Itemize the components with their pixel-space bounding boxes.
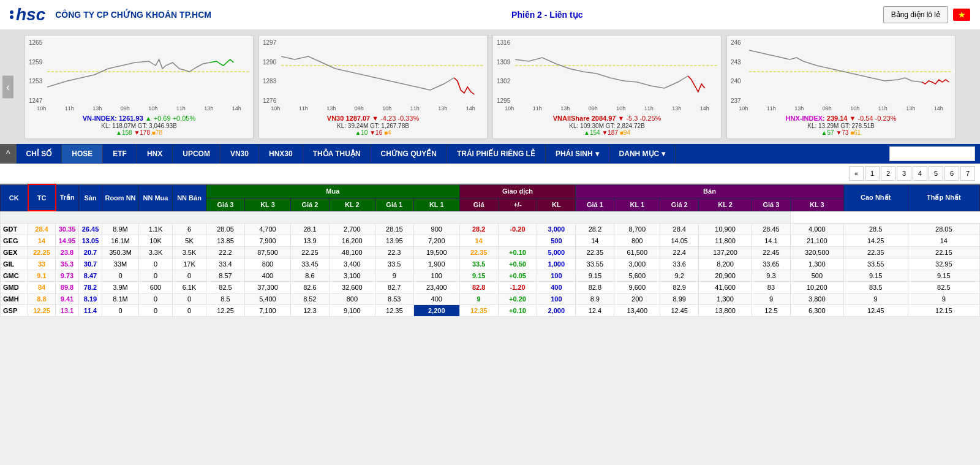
tab-hnx30[interactable]: HNX30 (259, 145, 303, 163)
chart-y-labels: 246 243 240 237 (729, 38, 749, 105)
x-label: 13h (92, 105, 102, 112)
td-nn-mua: 0 (139, 258, 173, 270)
x-label: 10h (271, 105, 280, 112)
td-gia2m: 22.25 (290, 246, 329, 258)
table-row[interactable]: GMD 84 89.8 78.2 3.9M 600 6.1K 82.5 37,3… (1, 281, 980, 293)
page-7[interactable]: 7 (960, 166, 975, 181)
chart-info: VNAllShare 2084.97 ▼ -5.3 -0.25% KL: 109… (496, 114, 718, 136)
up-count: ▲57 (821, 129, 836, 136)
chart-hnxindex: 246 243 240 237 10h 11h 13h 09h 10h 11h … (726, 35, 956, 139)
table-row[interactable]: GDT 28.4 30.35 26.45 8.9M 1.1K 6 28.05 4… (1, 223, 980, 235)
nav-tabs: ^ CHỈ SỐ HOSE ETF HNX UPCOM VN30 HNX30 T… (0, 144, 980, 164)
td-tc: 8.8 (28, 293, 56, 304)
index-value: 2084.97 (592, 115, 618, 122)
x-label: 11h (176, 105, 186, 112)
td-kl1b: 9,600 (614, 281, 660, 293)
td-kl-gd: 5,000 (537, 246, 576, 258)
index-value: 1261.93 (119, 115, 145, 122)
x-label: 09h (355, 105, 364, 112)
td-cell: 100 (413, 270, 459, 281)
eq-count: ■94 (620, 129, 630, 136)
td-gia-gd: 82.8 (459, 281, 498, 293)
table-row[interactable]: GMH 8.8 9.41 8.19 8.1M 0 0 8.5 5,400 8.5… (1, 293, 980, 304)
td-kl2b: 13,800 (699, 304, 752, 316)
chart-nav-left[interactable]: ‹ (2, 76, 13, 99)
td-cao: 83.5 (843, 281, 908, 293)
td-gia2m: 82.6 (290, 281, 329, 293)
td-kl2b: 8,200 (699, 258, 752, 270)
vietnam-flag: ★ (953, 9, 970, 21)
td-nn-ban: 17K (173, 258, 206, 270)
tab-vn30[interactable]: VN30 (221, 145, 259, 163)
y-label: 1247 (29, 97, 46, 104)
td-kl3b: 21,100 (790, 235, 843, 246)
td-gia2b: 8.99 (660, 293, 699, 304)
td-nn-mua: 1.1K (139, 223, 173, 235)
tab-traiphieu[interactable]: TRÁI PHIẾU RIÊNG LẺ (447, 145, 546, 163)
table-row[interactable]: GSP 12.25 13.1 11.4 0 0 0 12.25 7,100 12… (1, 304, 980, 316)
table-row[interactable]: GIL 33 35.3 30.7 33M 0 17K 33.4 800 33.4… (1, 258, 980, 270)
td-cell: 900 (413, 223, 459, 235)
tab-chungquyen[interactable]: CHỨNG QUYỀN (371, 145, 447, 163)
td-change: +0.05 (498, 270, 537, 281)
tab-phaisinhb[interactable]: PHÁI SINH ▾ (546, 145, 609, 163)
chart-y-labels: 1265 1259 1253 1247 (28, 38, 47, 105)
chart-vnallshare: 1316 1309 1302 1295 10h 11h 13h 09h 10h … (492, 35, 722, 139)
search-input[interactable] (889, 146, 975, 161)
td-cao: 9.15 (843, 270, 908, 281)
table-row[interactable]: GEX 22.25 23.8 20.7 350.3M 3.3K 3.5K 22.… (1, 246, 980, 258)
x-label: 09h (589, 105, 598, 112)
chart-y-labels: 1316 1309 1302 1295 (496, 38, 515, 105)
td-san: 8.19 (79, 293, 102, 304)
td-ck: GSP (1, 304, 28, 316)
page-6[interactable]: 6 (944, 166, 959, 181)
td-gia3b: 33.65 (752, 258, 790, 270)
page-first[interactable]: « (849, 166, 864, 181)
td-nn-ban: 3.5K (173, 246, 206, 258)
th-gia3-b: Giá 3 (752, 198, 790, 211)
td-thap: 32.95 (908, 258, 979, 270)
collapse-button[interactable]: ^ (0, 144, 17, 164)
td-tc: 9.1 (28, 270, 56, 281)
kl-info: KL: 109.30M GT: 2,824.72B (496, 123, 718, 129)
th-nn-mua: NN Mua (139, 184, 173, 211)
page-1[interactable]: 1 (865, 166, 880, 181)
td-tc: 84 (28, 281, 56, 293)
page-4[interactable]: 4 (913, 166, 927, 181)
tab-upcom[interactable]: UPCOM (173, 145, 221, 163)
td-ck: GDT (1, 223, 28, 235)
y-label: 1290 (263, 59, 280, 66)
up-count: ▲158 (116, 129, 134, 136)
table-row[interactable]: GEG 14 14.95 13.05 16.1M 10K 5K 13.85 7,… (1, 235, 980, 246)
tab-hnx[interactable]: HNX (137, 145, 173, 163)
tab-chiso[interactable]: CHỈ SỐ (17, 145, 62, 163)
bang-dien-button[interactable]: Bảng điện lô lẻ (883, 6, 948, 23)
pagination-row: « 1 2 3 4 5 6 7 (0, 164, 980, 184)
page-2[interactable]: 2 (881, 166, 895, 181)
td-nn-mua: 0 (139, 270, 173, 281)
td-gia3b: 9.3 (752, 270, 790, 281)
table-row[interactable]: GMC 9.1 9.73 8.47 0 0 0 8.57 400 8.6 3,1… (1, 270, 980, 281)
y-label: 1259 (29, 59, 46, 66)
logo: hsc (10, 5, 45, 25)
td-gia1b: 14 (576, 235, 614, 246)
th-cao-nhat: Cao Nhất (843, 184, 908, 211)
th-san: Sàn (79, 184, 102, 211)
x-labels: 10h 11h 13h 09h 10h 11h 13h 14h (496, 105, 718, 112)
tab-hose[interactable]: HOSE (62, 145, 103, 163)
tab-etf[interactable]: ETF (103, 145, 137, 163)
x-label: 09h (121, 105, 130, 112)
tab-thoathuan[interactable]: THỎA THUẬN (303, 145, 371, 163)
tab-danhmuc[interactable]: DANH MỤC ▾ (609, 145, 676, 163)
td-kl1b: 8,700 (614, 223, 660, 235)
dropdown-arrow: ▾ (595, 149, 599, 158)
td-tc: 33 (28, 258, 56, 270)
chart-y-labels: 1297 1290 1283 1276 (262, 38, 281, 105)
td-kl3b: 10,200 (790, 281, 843, 293)
x-label: 14h (700, 105, 709, 112)
x-label: 11h (65, 105, 74, 112)
page-3[interactable]: 3 (897, 166, 911, 181)
page-5[interactable]: 5 (929, 166, 943, 181)
td-gia3m: 33.4 (206, 258, 245, 270)
td-cao: 14.25 (843, 235, 908, 246)
